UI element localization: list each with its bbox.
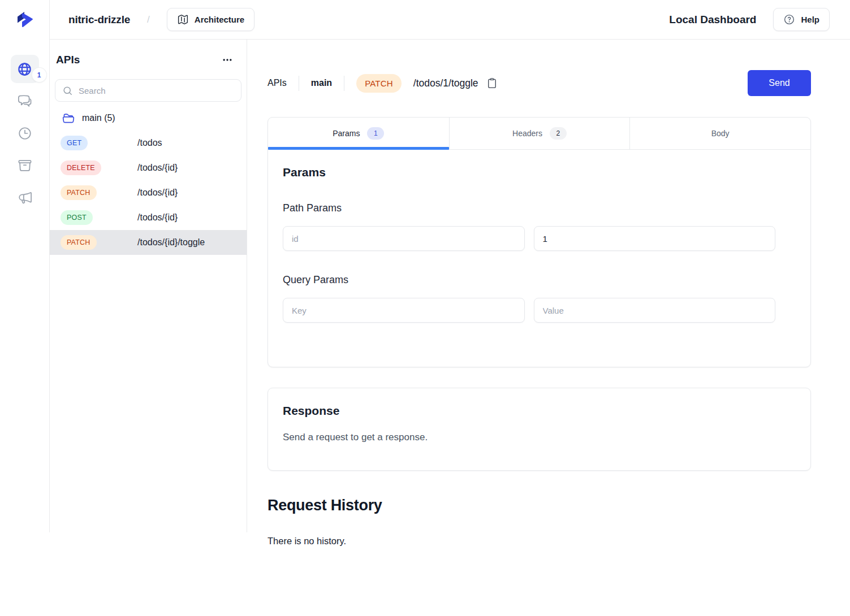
search-input[interactable]	[79, 86, 234, 96]
query-param-key-input[interactable]	[283, 298, 525, 323]
icon-rail: 1	[0, 0, 50, 532]
nitric-logo-icon	[15, 10, 35, 30]
request-method-badge: PATCH	[356, 74, 402, 93]
ellipsis-icon	[222, 54, 233, 66]
endpoint-path: /todos	[137, 138, 162, 148]
request-tabs: Params 1 Headers 2 Body	[268, 118, 810, 150]
chat-bubbles-icon	[18, 94, 32, 109]
params-panel: Params Path Params Query Params	[268, 150, 810, 367]
sidebar-menu-button[interactable]	[219, 52, 235, 68]
endpoint-row-selected[interactable]: PATCH /todos/{id}/toggle	[50, 230, 247, 255]
clipboard-icon	[486, 77, 498, 89]
megaphone-icon	[18, 190, 32, 205]
divider	[299, 76, 299, 91]
rail-item-chat[interactable]	[11, 87, 39, 115]
api-folder-label: main (5)	[82, 113, 115, 123]
map-icon	[177, 14, 189, 25]
tab-headers[interactable]: Headers 2	[449, 118, 630, 149]
clock-icon	[18, 126, 32, 141]
query-params-title: Query Params	[283, 274, 796, 286]
query-param-row	[283, 298, 775, 323]
endpoint-row[interactable]: POST /todos/{id}	[50, 205, 247, 230]
help-button[interactable]: Help	[773, 8, 830, 31]
divider	[344, 76, 344, 91]
topbar: nitric-drizzle / Architecture Local Dash…	[50, 0, 850, 40]
endpoint-row[interactable]: GET /todos	[50, 131, 247, 155]
right-column: nitric-drizzle / Architecture Local Dash…	[50, 0, 850, 546]
architecture-button[interactable]: Architecture	[167, 8, 254, 31]
api-count-badge: 1	[32, 68, 46, 82]
main-panel: APIs main PATCH /todos/1/toggle Send	[247, 40, 850, 546]
tab-params-label: Params	[333, 129, 360, 138]
response-card: Response Send a request to get a respons…	[267, 388, 811, 471]
globe-icon	[17, 62, 32, 77]
tab-params[interactable]: Params 1	[268, 118, 449, 149]
request-card: Params 1 Headers 2 Body	[267, 117, 811, 367]
method-badge: DELETE	[61, 160, 101, 175]
nitric-logo	[15, 9, 35, 31]
dashboard-title: Local Dashboard	[669, 14, 756, 26]
endpoint-path: /todos/{id}	[137, 163, 178, 173]
request-bar: APIs main PATCH /todos/1/toggle Send	[267, 70, 811, 96]
endpoint-path: /todos/{id}	[137, 212, 178, 223]
breadcrumb-separator: /	[147, 14, 150, 25]
breadcrumb-api: main	[311, 78, 332, 88]
path-param-row	[283, 226, 775, 251]
path-param-value-input[interactable]	[534, 226, 776, 251]
tab-body-label: Body	[711, 129, 730, 138]
sidebar-header: APIs	[50, 52, 247, 68]
request-path: /todos/1/toggle	[413, 77, 478, 89]
question-circle-icon	[783, 14, 795, 25]
tab-headers-badge: 2	[550, 127, 567, 140]
query-param-value-input[interactable]	[534, 298, 776, 323]
rail-item-announcements[interactable]	[11, 184, 39, 212]
endpoint-path: /todos/{id}	[137, 188, 178, 198]
copy-path-button[interactable]	[485, 76, 499, 90]
rail-item-apis[interactable]: 1	[11, 55, 39, 83]
apis-sidebar: APIs main	[50, 40, 247, 532]
search-icon	[62, 85, 73, 96]
app-root: 1 nitric-	[0, 0, 850, 546]
rail-item-history[interactable]	[11, 119, 39, 148]
tab-body[interactable]: Body	[629, 118, 810, 149]
endpoint-row[interactable]: PATCH /todos/{id}	[50, 180, 247, 205]
sidebar-search	[55, 79, 241, 102]
path-params-title: Path Params	[283, 202, 796, 214]
response-empty-message: Send a request to get a response.	[283, 432, 796, 443]
sidebar-title: APIs	[56, 54, 80, 66]
method-badge: GET	[61, 136, 88, 150]
method-badge: POST	[61, 210, 93, 225]
method-badge: PATCH	[61, 185, 97, 200]
rail-item-storage[interactable]	[11, 151, 39, 180]
breadcrumb-root: APIs	[267, 78, 287, 88]
api-folder-main[interactable]: main (5)	[50, 106, 247, 131]
tab-headers-label: Headers	[512, 129, 542, 138]
send-button[interactable]: Send	[748, 70, 811, 96]
content-area: APIs main	[50, 40, 850, 546]
endpoint-path: /todos/{id}/toggle	[137, 237, 205, 248]
tab-params-badge: 1	[367, 127, 384, 140]
history-empty-message: There is no history.	[267, 536, 811, 546]
endpoint-row[interactable]: DELETE /todos/{id}	[50, 155, 247, 180]
response-title: Response	[283, 404, 796, 418]
help-button-label: Help	[801, 15, 819, 24]
project-name: nitric-drizzle	[68, 14, 130, 26]
archive-box-icon	[18, 158, 32, 173]
path-param-key-input[interactable]	[283, 226, 525, 251]
params-title: Params	[283, 166, 796, 179]
folder-open-icon	[62, 112, 75, 124]
request-history-title: Request History	[267, 497, 811, 514]
architecture-button-label: Architecture	[195, 15, 244, 24]
method-badge: PATCH	[61, 235, 97, 250]
topbar-right: Local Dashboard Help	[669, 8, 830, 31]
